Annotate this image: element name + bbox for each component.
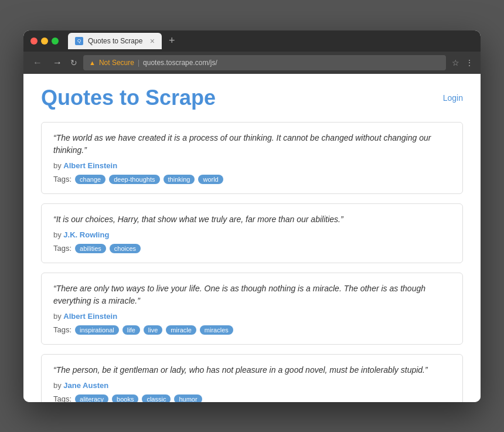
tag[interactable]: choices: [110, 244, 141, 253]
browser-window: Q Quotes to Scrape × + ← → ↻ ▲ Not Secur…: [23, 30, 481, 402]
url-text: quotes.toscrape.com/js/: [143, 59, 217, 67]
traffic-lights: [30, 38, 59, 45]
quote-card: “There are only two ways to live your li…: [41, 273, 463, 345]
new-tab-button[interactable]: +: [165, 35, 179, 47]
quote-card: “It is our choices, Harry, that show wha…: [41, 203, 463, 263]
browser-menu-icon[interactable]: ⋮: [465, 58, 474, 67]
back-button[interactable]: ←: [30, 56, 45, 69]
quote-text: “The world as we have created it is a pr…: [53, 132, 451, 157]
tag[interactable]: miracle: [166, 325, 196, 335]
tags-label: Tags:: [53, 394, 71, 402]
address-bar: ← → ↻ ▲ Not Secure | quotes.toscrape.com…: [23, 52, 481, 74]
quote-text: “The person, be it gentleman or lady, wh…: [53, 364, 451, 376]
page-header: Quotes to Scrape Login: [41, 86, 463, 110]
tag[interactable]: abilities: [75, 244, 106, 253]
tag[interactable]: classic: [142, 394, 171, 402]
tag[interactable]: change: [75, 175, 105, 184]
tab-close-button[interactable]: ×: [150, 36, 155, 46]
minimize-window-button[interactable]: [41, 38, 48, 45]
tags-line: Tags:inspirationallifelivemiraclemiracle…: [53, 325, 451, 335]
quote-card: “The world as we have created it is a pr…: [41, 122, 463, 194]
close-window-button[interactable]: [30, 38, 38, 45]
quote-author[interactable]: Jane Austen: [63, 381, 108, 390]
tags-line: Tags:changedeep-thoughtsthinkingworld: [53, 175, 451, 184]
tag[interactable]: live: [144, 325, 163, 335]
quote-author-line: by Jane Austen: [53, 381, 451, 390]
tab-favicon: Q: [75, 37, 83, 45]
tags-label: Tags:: [53, 325, 71, 334]
tag[interactable]: life: [122, 325, 140, 335]
active-tab[interactable]: Q Quotes to Scrape ×: [68, 33, 162, 49]
page-content: Quotes to Scrape Login “The world as we …: [23, 74, 481, 402]
tab-title: Quotes to Scrape: [88, 37, 142, 45]
quote-author[interactable]: Albert Einstein: [63, 161, 117, 170]
tag[interactable]: world: [198, 175, 223, 184]
tag[interactable]: thinking: [164, 175, 195, 184]
quote-author-line: by Albert Einstein: [53, 312, 451, 321]
tags-line: Tags:aliteracybooksclassichumor: [53, 394, 451, 402]
quote-card: “The person, be it gentleman or lady, wh…: [41, 354, 463, 402]
maximize-window-button[interactable]: [52, 38, 59, 45]
security-warning-icon: ▲: [89, 59, 96, 66]
quote-text: “It is our choices, Harry, that show wha…: [53, 213, 451, 226]
tag[interactable]: humor: [174, 394, 202, 402]
tag[interactable]: aliteracy: [75, 394, 108, 402]
login-link[interactable]: Login: [443, 93, 463, 103]
tags-label: Tags:: [53, 244, 71, 253]
refresh-button[interactable]: ↻: [70, 58, 77, 67]
tag[interactable]: inspirational: [75, 325, 119, 335]
bookmark-icon[interactable]: ☆: [452, 58, 459, 67]
tags-label: Tags:: [53, 175, 71, 183]
tag[interactable]: books: [112, 394, 138, 402]
not-secure-label: Not Secure: [99, 59, 134, 67]
quote-author-line: by Albert Einstein: [53, 161, 451, 170]
tag[interactable]: miracles: [200, 325, 233, 335]
quote-author[interactable]: J.K. Rowling: [63, 230, 109, 239]
quotes-container: “The world as we have created it is a pr…: [41, 122, 463, 402]
tag[interactable]: deep-thoughts: [109, 175, 159, 184]
quote-author-line: by J.K. Rowling: [53, 230, 451, 239]
tags-line: Tags:abilitieschoices: [53, 244, 451, 253]
address-actions: ☆ ⋮: [452, 58, 474, 67]
quote-text: “There are only two ways to live your li…: [53, 283, 451, 307]
title-bar: Q Quotes to Scrape × +: [23, 30, 481, 52]
quote-author[interactable]: Albert Einstein: [63, 312, 117, 321]
url-separator: |: [138, 59, 139, 67]
tab-bar: Q Quotes to Scrape × +: [68, 33, 474, 49]
forward-button[interactable]: →: [50, 56, 64, 69]
url-bar[interactable]: ▲ Not Secure | quotes.toscrape.com/js/: [83, 55, 446, 70]
page-title: Quotes to Scrape: [41, 86, 216, 110]
